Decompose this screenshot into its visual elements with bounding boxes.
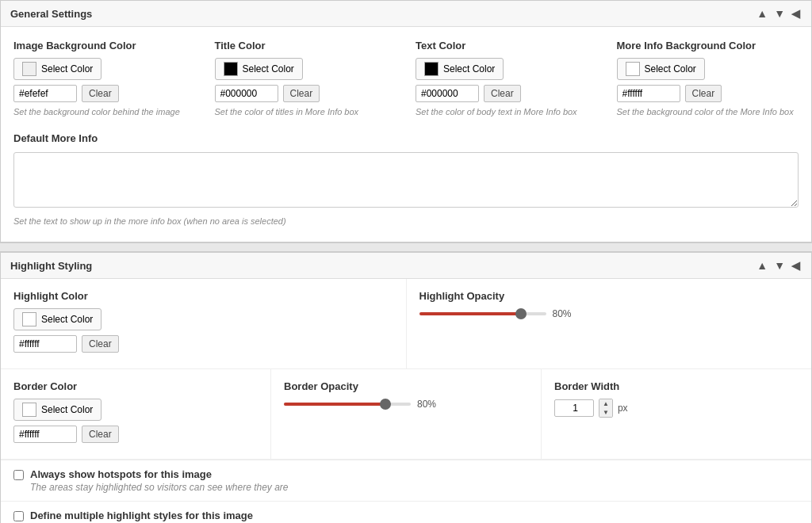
highlight-collapse-down-icon[interactable]: ▼ xyxy=(772,259,787,272)
border-clear-btn[interactable]: Clear xyxy=(82,426,119,443)
highlight-hex-row: Clear xyxy=(13,335,393,353)
collapse-up-icon[interactable]: ▲ xyxy=(755,7,769,20)
title-color-hint: Set the color of titles in More Info box xyxy=(215,107,397,116)
title-color-label: Title Color xyxy=(215,40,397,52)
highlight-opacity-section: Highlight Opacity 80% xyxy=(407,279,812,368)
define-multiple-highlights-checkbox[interactable] xyxy=(13,511,24,521)
highlight-opacity-label: Highlight Opacity xyxy=(419,290,799,302)
highlight-styling-title: Highlight Styling xyxy=(10,260,92,272)
highlight-bottom-row: Border Color Select Color Clear Border O… xyxy=(1,369,811,460)
title-color-field: Title Color Select Color Clear Set the c… xyxy=(215,40,397,116)
text-color-label: Text Color xyxy=(416,40,598,52)
default-more-info-textarea[interactable] xyxy=(13,152,799,208)
default-more-info-section: Default More Info Set the text to show u… xyxy=(13,132,799,226)
highlight-color-btn-label: Select Color xyxy=(41,314,93,325)
default-more-info-hint: Set the text to show up in the more info… xyxy=(13,216,799,226)
border-opacity-slider-wrap: 80% xyxy=(284,399,528,410)
more-info-clear-btn[interactable]: Clear xyxy=(685,85,722,102)
border-width-input[interactable] xyxy=(554,399,594,417)
border-opacity-track[interactable] xyxy=(284,403,411,406)
border-color-label: Border Color xyxy=(13,380,258,392)
image-bg-hint: Set the background color behind the imag… xyxy=(13,107,196,116)
general-settings-body: Image Background Color Select Color Clea… xyxy=(1,27,811,242)
border-width-stepper: ▲ ▼ xyxy=(599,399,613,418)
highlight-top-row: Highlight Color Select Color Clear Highl… xyxy=(1,279,811,369)
highlight-opacity-fill xyxy=(419,312,521,315)
border-width-decrement-btn[interactable]: ▼ xyxy=(599,408,612,417)
more-info-bg-btn-label: Select Color xyxy=(645,63,696,74)
define-multiple-highlights-label-block: Define multiple highlight styles for thi… xyxy=(30,510,253,523)
text-color-swatch xyxy=(424,62,439,76)
more-info-bg-hint: Set the background color of the More Inf… xyxy=(617,107,799,116)
border-opacity-section: Border Opacity 80% xyxy=(271,369,542,459)
text-color-field: Text Color Select Color Clear Set the co… xyxy=(416,40,598,116)
always-show-hotspots-label-block: Always show hotspots for this image The … xyxy=(30,468,289,493)
image-bg-color-label: Image Background Color xyxy=(13,40,196,52)
border-width-section: Border Width ▲ ▼ px xyxy=(542,369,811,459)
image-bg-color-field: Image Background Color Select Color Clea… xyxy=(13,40,196,116)
image-bg-clear-btn[interactable]: Clear xyxy=(82,85,119,102)
border-width-input-wrap: ▲ ▼ px xyxy=(554,399,799,418)
border-opacity-fill xyxy=(284,403,385,406)
text-color-btn-label: Select Color xyxy=(443,63,495,74)
highlight-checkboxes: Always show hotspots for this image The … xyxy=(1,460,811,523)
border-color-picker-btn[interactable]: Select Color xyxy=(13,399,102,421)
highlight-clear-btn[interactable]: Clear xyxy=(82,335,119,353)
border-hex-input[interactable] xyxy=(13,426,77,443)
highlight-styling-header: Highlight Styling ▲ ▼ ◀ xyxy=(1,253,811,279)
define-multiple-highlights-row: Define multiple highlight styles for thi… xyxy=(1,501,811,523)
highlight-opacity-track[interactable] xyxy=(419,312,546,315)
color-fields-row: Image Background Color Select Color Clea… xyxy=(13,40,799,116)
title-color-swatch xyxy=(224,62,238,76)
header-controls: ▲ ▼ ◀ xyxy=(755,7,802,20)
border-width-increment-btn[interactable]: ▲ xyxy=(599,399,612,408)
more-info-bg-picker-btn[interactable]: Select Color xyxy=(617,58,705,80)
title-color-picker-btn[interactable]: Select Color xyxy=(215,58,303,80)
collapse-left-icon[interactable]: ◀ xyxy=(790,7,802,20)
border-width-unit: px xyxy=(618,403,628,414)
border-color-section: Border Color Select Color Clear xyxy=(1,369,271,459)
border-color-btn-label: Select Color xyxy=(41,404,93,415)
text-hex-row: Clear xyxy=(416,85,598,102)
general-settings-panel: General Settings ▲ ▼ ◀ Image Background … xyxy=(0,0,812,242)
section-divider xyxy=(0,242,812,252)
highlight-opacity-value: 80% xyxy=(553,308,572,319)
text-color-hint: Set the color of body text in More Info … xyxy=(416,107,598,116)
border-width-label: Border Width xyxy=(554,380,799,392)
border-opacity-value: 80% xyxy=(417,399,436,410)
always-show-hotspots-title: Always show hotspots for this image xyxy=(30,468,289,480)
highlight-opacity-thumb xyxy=(515,308,527,319)
more-info-bg-label: More Info Background Color xyxy=(617,40,799,52)
more-info-hex-row: Clear xyxy=(617,85,799,102)
image-bg-color-btn-label: Select Color xyxy=(41,63,93,74)
general-settings-title: General Settings xyxy=(10,8,92,20)
text-hex-input[interactable] xyxy=(416,85,479,102)
highlight-hex-input[interactable] xyxy=(13,335,77,353)
always-show-hotspots-row: Always show hotspots for this image The … xyxy=(1,460,811,501)
more-info-bg-color-field: More Info Background Color Select Color … xyxy=(617,40,799,116)
text-clear-btn[interactable]: Clear xyxy=(484,85,521,102)
highlight-collapse-left-icon[interactable]: ◀ xyxy=(790,259,802,272)
always-show-hotspots-checkbox[interactable] xyxy=(13,470,24,480)
always-show-hotspots-desc: The areas stay highlighted so visitors c… xyxy=(30,482,289,493)
border-opacity-label: Border Opacity xyxy=(284,380,528,392)
border-color-swatch xyxy=(22,403,36,417)
highlight-collapse-up-icon[interactable]: ▲ xyxy=(755,259,769,272)
image-bg-hex-input[interactable] xyxy=(13,85,77,102)
define-multiple-highlights-title: Define multiple highlight styles for thi… xyxy=(30,510,253,521)
general-settings-header: General Settings ▲ ▼ ◀ xyxy=(1,1,811,27)
highlight-color-swatch xyxy=(22,312,36,326)
title-clear-btn[interactable]: Clear xyxy=(283,85,320,102)
title-hex-input[interactable] xyxy=(215,85,278,102)
default-more-info-label: Default More Info xyxy=(13,132,799,144)
text-color-picker-btn[interactable]: Select Color xyxy=(416,58,504,80)
highlight-color-picker-btn[interactable]: Select Color xyxy=(13,308,102,330)
image-bg-color-swatch xyxy=(22,62,36,76)
more-info-hex-input[interactable] xyxy=(617,85,680,102)
highlight-opacity-slider-wrap: 80% xyxy=(419,308,799,319)
highlight-header-controls: ▲ ▼ ◀ xyxy=(755,259,802,272)
collapse-down-icon[interactable]: ▼ xyxy=(772,7,787,20)
border-hex-row: Clear xyxy=(13,426,258,443)
image-bg-color-picker-btn[interactable]: Select Color xyxy=(13,58,102,80)
image-bg-hex-row: Clear xyxy=(13,85,196,102)
